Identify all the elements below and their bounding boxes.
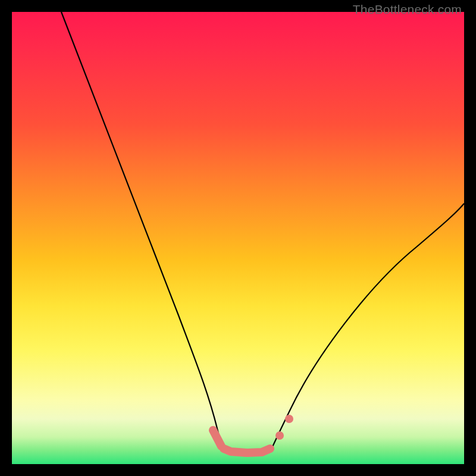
plot-area — [12, 12, 464, 464]
salmon-valley-segment — [224, 449, 270, 453]
salmon-dot-right-upper — [285, 415, 293, 423]
curve-left-branch — [61, 12, 223, 448]
curve-right-branch — [272, 203, 464, 448]
chart-svg — [12, 12, 464, 464]
outer-black-frame: TheBottleneck.com — [0, 0, 476, 476]
watermark-text: TheBottleneck.com — [353, 2, 462, 17]
salmon-left-slope-segment — [213, 430, 221, 446]
salmon-dot-right-lower — [275, 431, 284, 440]
